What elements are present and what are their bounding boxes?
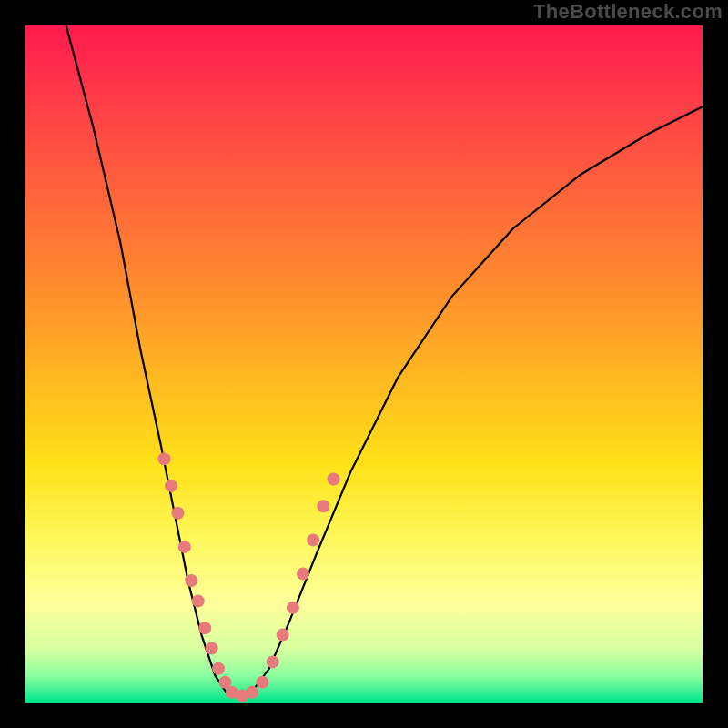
curve-marker [328, 473, 340, 486]
curve-marker [317, 500, 329, 512]
curve-marker [256, 676, 268, 689]
curve-marker [192, 594, 205, 607]
chart-frame: TheBottleneck.com [0, 0, 728, 728]
curve-marker [267, 655, 279, 668]
curve-marker [178, 541, 191, 553]
chart-svg [25, 25, 703, 703]
curve-markers [158, 452, 340, 702]
curve-marker [198, 622, 211, 634]
curve-marker [158, 452, 171, 465]
curve-marker [185, 574, 197, 587]
curve-marker [307, 533, 319, 546]
curve-marker [212, 662, 225, 675]
curve-marker [206, 642, 218, 655]
curve-marker [171, 507, 184, 520]
bottleneck-curve [66, 25, 703, 696]
curve-marker [277, 629, 289, 642]
watermark-label: TheBottleneck.com [533, 0, 723, 24]
curve-marker [165, 480, 177, 492]
curve-marker [287, 602, 299, 614]
curve-marker [297, 568, 309, 581]
plot-area [25, 25, 703, 703]
curve-marker [246, 686, 258, 699]
